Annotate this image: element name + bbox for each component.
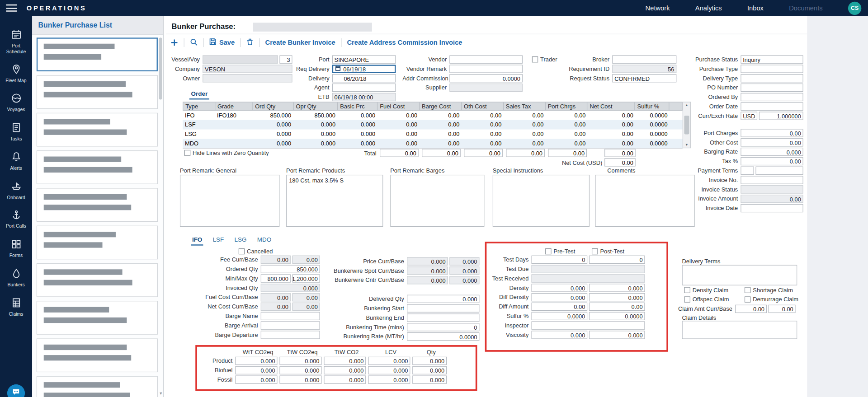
viscosity-2-field[interactable]: 0.000 (589, 331, 645, 339)
trader-checkbox[interactable] (532, 56, 538, 62)
delivery-field[interactable]: 06/20/18 (332, 74, 396, 82)
barge-departure-field[interactable] (261, 331, 320, 339)
co2-fossil-lcv[interactable]: 0.000 (368, 375, 410, 383)
co2-biofuel-lcv[interactable]: 0.000 (368, 366, 410, 374)
hide-zero-checkbox[interactable] (184, 149, 190, 155)
nav-network[interactable]: Network (646, 4, 670, 12)
comments-box[interactable] (595, 175, 694, 227)
calendar-icon[interactable] (335, 65, 341, 72)
list-item[interactable] (37, 150, 158, 184)
sidebar-item-port-schedule[interactable]: Port Schedule (0, 29, 32, 55)
payment-terms-field[interactable] (755, 167, 803, 175)
grid-scroll-up-icon[interactable]: ▲ (685, 103, 688, 108)
grid-row-lsf[interactable]: LSF 0.0000.000 0.0000.00 0.000.00 0.000.… (183, 120, 683, 130)
list-scrollbar[interactable] (159, 37, 162, 99)
grid-scroll-down-icon[interactable]: ▼ (685, 142, 688, 148)
create-bunker-invoice-link[interactable]: Create Bunker Invoice (265, 39, 335, 47)
pre-test-checkbox[interactable] (545, 248, 551, 254)
port-remark-barges-box[interactable] (390, 175, 484, 227)
search-button[interactable] (190, 38, 198, 47)
list-item[interactable] (37, 338, 158, 372)
co2-biofuel-wtt[interactable]: 0.000 (235, 366, 277, 374)
purchase-type-field[interactable] (741, 65, 803, 73)
list-item[interactable] (37, 113, 158, 147)
currency-field[interactable]: USD (741, 112, 757, 120)
grid-scrollbar[interactable]: ▲ ▼ (683, 102, 691, 148)
po-number-field[interactable] (741, 84, 803, 92)
list-item[interactable] (37, 188, 158, 222)
claim-amt-base-field[interactable]: 0.00 (769, 305, 796, 313)
ordered-qty-field[interactable]: 850.000 (261, 265, 320, 273)
list-item[interactable] (37, 226, 158, 260)
claim-details-box[interactable] (682, 321, 797, 339)
co2-fossil-wtt[interactable]: 0.000 (235, 375, 277, 383)
grid-row-ifo[interactable]: IFOIFO180 850.000850.000 0.0000.00 0.000… (183, 111, 683, 120)
co2-fossil-ttweq[interactable]: 0.000 (279, 375, 321, 383)
port-remark-general-box[interactable] (180, 175, 279, 227)
tax-pct-field[interactable]: 0.00 (741, 157, 803, 165)
other-cost-field[interactable]: 0.00 (741, 138, 803, 146)
tab-lsg[interactable]: LSG (233, 236, 248, 246)
nav-inbox[interactable]: Inbox (747, 4, 764, 12)
list-item[interactable] (37, 75, 158, 109)
sulfur-1-field[interactable]: 0.0000 (532, 312, 588, 320)
co2-product-ttw[interactable]: 0.000 (324, 357, 366, 365)
hamburger-menu-icon[interactable] (6, 5, 17, 12)
order-date-field[interactable] (741, 103, 803, 111)
sidebar-item-port-calls[interactable]: Port Calls (0, 210, 32, 230)
sidebar-item-forms[interactable]: Forms (0, 239, 32, 259)
co2-biofuel-ttweq[interactable]: 0.000 (279, 366, 321, 374)
post-test-checkbox[interactable] (592, 248, 598, 254)
user-avatar[interactable]: CS (848, 1, 861, 14)
max-qty-field[interactable]: 1,200.000 (292, 274, 320, 282)
diff-amount-2-field[interactable]: 0.00 (589, 303, 645, 311)
inspector-field[interactable] (532, 321, 645, 329)
test-days-2-field[interactable]: 0 (589, 256, 645, 264)
port-remark-products-box[interactable]: 180 Cst, max 3.5% S (286, 175, 383, 227)
tab-ifo[interactable]: IFO (191, 236, 203, 246)
sidebar-item-claims[interactable]: Claims (0, 297, 32, 317)
create-address-commission-invoice-link[interactable]: Create Address Commission Invoice (347, 39, 462, 47)
delivery-type-field[interactable] (741, 74, 803, 82)
shortage-claim-checkbox[interactable] (745, 287, 750, 293)
save-button[interactable]: Save (209, 38, 235, 47)
diff-density-1-field[interactable]: 0.000 (532, 293, 588, 301)
test-days-1-field[interactable]: 0 (532, 256, 588, 264)
list-item[interactable] (37, 263, 158, 297)
ordered-by-field[interactable] (741, 93, 803, 101)
claim-amt-curr-field[interactable]: 0.00 (735, 305, 767, 313)
special-instructions-box[interactable] (493, 175, 590, 227)
sidebar-item-fleet-map[interactable]: Fleet Map (0, 64, 32, 84)
sidebar-item-voyages[interactable]: Voyages (0, 93, 32, 113)
list-scroll-down-icon[interactable]: ▼ (159, 392, 163, 396)
co2-biofuel-ttw[interactable]: 0.000 (324, 366, 366, 374)
tab-order[interactable]: Order (189, 90, 209, 100)
density-2-field[interactable]: 0.000 (589, 284, 645, 292)
vessel-field[interactable] (203, 55, 278, 63)
demurrage-claim-checkbox[interactable] (745, 296, 750, 302)
sidebar-item-bunkers[interactable]: Bunkers (0, 268, 32, 288)
co2-product-qty[interactable]: 0.000 (412, 357, 447, 365)
list-item-selected[interactable] (37, 37, 158, 71)
vendor-remark-field[interactable] (449, 65, 523, 73)
tab-mdo[interactable]: MDO (256, 236, 272, 246)
co2-fossil-ttw[interactable]: 0.000 (324, 375, 366, 383)
broker-field[interactable] (612, 55, 676, 63)
co2-fossil-qty[interactable]: 0.000 (412, 375, 447, 383)
port-field[interactable]: SINGAPORE (332, 55, 396, 63)
diff-density-2-field[interactable]: 0.000 (589, 293, 645, 301)
payment-terms-code-field[interactable] (741, 167, 754, 175)
list-item[interactable] (37, 301, 158, 335)
sulfur-2-field[interactable]: 0.0000 (589, 312, 645, 320)
co2-product-ttweq[interactable]: 0.000 (279, 357, 321, 365)
port-charges-field[interactable]: 0.00 (741, 129, 803, 137)
grid-row-lsg[interactable]: LSG 0.0000.000 0.0000.00 0.000.00 0.000.… (183, 130, 683, 139)
list-item[interactable] (37, 376, 158, 397)
barge-arrival-field[interactable] (261, 321, 320, 329)
density-1-field[interactable]: 0.000 (532, 284, 588, 292)
request-status-field[interactable]: CONFIRMED (612, 74, 676, 82)
vendor-field[interactable] (449, 55, 523, 63)
exch-rate-field[interactable]: 1.000000 (759, 112, 803, 120)
offspec-claim-checkbox[interactable] (684, 296, 690, 302)
invoice-date-field[interactable] (741, 204, 803, 212)
